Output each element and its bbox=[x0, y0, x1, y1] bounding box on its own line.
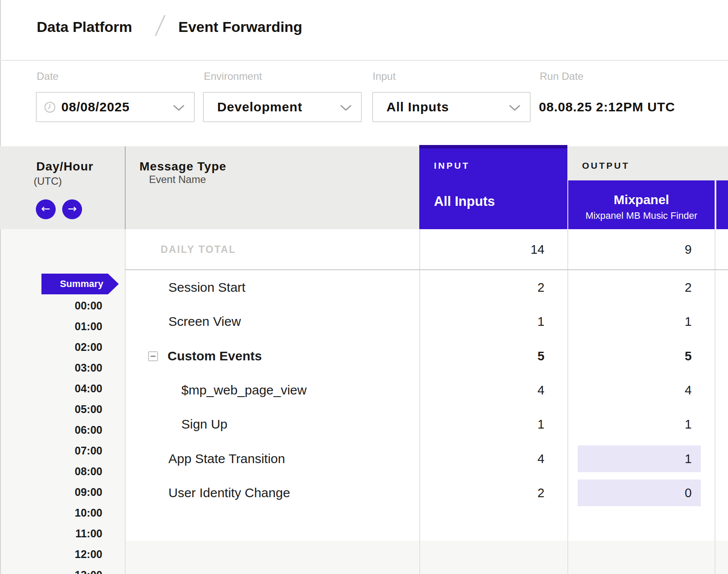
environment-filter-label: Environment bbox=[204, 71, 262, 82]
hour-label[interactable]: 06:00 bbox=[26, 423, 102, 436]
event-row-name: User Identity Change bbox=[168, 486, 290, 500]
input-column-name: All Inputs bbox=[434, 194, 495, 209]
daily-total-divider bbox=[125, 269, 728, 270]
event-row-input: 2 bbox=[432, 280, 544, 295]
output-column-header-partial[interactable] bbox=[716, 180, 728, 229]
event-row-output: 1 bbox=[579, 417, 692, 432]
page-title: Event Forwarding bbox=[178, 18, 302, 36]
event-row-output: 2 bbox=[579, 280, 692, 295]
event-row-output: 0 bbox=[579, 486, 692, 500]
output-column-subtitle: Mixpanel MB Music Finder bbox=[568, 210, 715, 222]
collapse-icon[interactable] bbox=[148, 351, 158, 361]
chevron-down-icon bbox=[509, 105, 520, 111]
hour-label[interactable]: 00:00 bbox=[26, 299, 102, 312]
summary-label: Summary bbox=[41, 274, 115, 294]
input-value: All Inputs bbox=[386, 100, 449, 114]
chevron-down-icon bbox=[340, 105, 351, 111]
run-date-label: Run Date bbox=[540, 71, 583, 82]
event-row-output: 5 bbox=[579, 349, 692, 363]
input-filter-label: Input bbox=[373, 71, 396, 82]
input-dropdown[interactable]: All Inputs bbox=[372, 92, 531, 122]
next-day-button[interactable]: → bbox=[62, 199, 82, 219]
environment-value: Development bbox=[217, 100, 302, 114]
hour-label[interactable]: 11:00 bbox=[26, 527, 102, 540]
event-forwarding-page: Data Platform Event Forwarding Date Envi… bbox=[0, 0, 728, 574]
output-section-label: OUTPUT bbox=[582, 160, 630, 171]
header-divider bbox=[0, 60, 728, 61]
daily-total-label: DAILY TOTAL bbox=[161, 243, 236, 256]
arrow-right-icon: → bbox=[68, 202, 77, 215]
chevron-down-icon bbox=[173, 105, 184, 111]
summary-row-tag[interactable]: Summary bbox=[41, 274, 119, 294]
hour-label[interactable]: 03:00 bbox=[26, 361, 102, 374]
event-row-name: Session Start bbox=[168, 280, 245, 295]
col-divider-3 bbox=[715, 229, 715, 574]
event-row-input: 2 bbox=[432, 486, 544, 500]
col-divider-1 bbox=[419, 229, 420, 574]
input-section-label: INPUT bbox=[434, 160, 470, 171]
event-row-name: $mp_web_page_view bbox=[181, 383, 307, 397]
event-row-input: 5 bbox=[432, 349, 544, 363]
event-row-input: 4 bbox=[432, 383, 544, 397]
input-column-header[interactable]: INPUT All Inputs bbox=[419, 145, 567, 229]
hour-label[interactable]: 04:00 bbox=[26, 382, 102, 395]
rail-divider bbox=[125, 229, 126, 574]
hour-label[interactable]: 01:00 bbox=[26, 320, 102, 333]
hour-label[interactable]: 07:00 bbox=[26, 444, 102, 457]
run-date-value: 08.08.25 2:12PM UTC bbox=[539, 100, 675, 114]
event-row-name[interactable]: Custom Events bbox=[168, 349, 262, 363]
hour-label[interactable]: 09:00 bbox=[26, 486, 102, 498]
hour-label[interactable]: 05:00 bbox=[26, 403, 102, 416]
col-divider-2 bbox=[567, 229, 568, 574]
day-hour-subtitle: (UTC) bbox=[34, 175, 62, 187]
daily-total-output: 9 bbox=[579, 242, 692, 257]
event-row-output: 1 bbox=[579, 451, 692, 466]
event-row-input: 1 bbox=[432, 314, 544, 329]
date-value: 08/08/2025 bbox=[61, 100, 130, 114]
hour-label[interactable]: 08:00 bbox=[26, 465, 102, 478]
prev-day-button[interactable]: ← bbox=[36, 199, 56, 219]
day-hour-title: Day/Hour bbox=[36, 160, 93, 173]
event-row-name: Sign Up bbox=[181, 417, 228, 432]
grid-footer bbox=[125, 541, 728, 574]
date-filter-label: Date bbox=[37, 71, 59, 82]
hour-label[interactable]: 02:00 bbox=[26, 341, 102, 353]
daily-total-input: 14 bbox=[432, 242, 544, 257]
message-type-title: Message Type bbox=[139, 160, 226, 173]
output-column-header-mixpanel[interactable]: Mixpanel Mixpanel MB Music Finder bbox=[568, 180, 715, 229]
message-type-subtitle: Event Name bbox=[149, 173, 206, 186]
clock-icon bbox=[44, 101, 56, 113]
event-row-input: 1 bbox=[432, 417, 544, 432]
arrow-left-icon: ← bbox=[41, 202, 51, 215]
event-row-name: App State Transition bbox=[168, 451, 285, 466]
hour-label[interactable]: 13:00 bbox=[26, 568, 102, 574]
event-row-output: 1 bbox=[579, 314, 692, 329]
output-column-name: Mixpanel bbox=[568, 192, 715, 207]
event-row-input: 4 bbox=[432, 451, 544, 466]
hour-label[interactable]: 10:00 bbox=[26, 506, 102, 519]
breadcrumb-separator-icon bbox=[155, 14, 166, 37]
date-dropdown[interactable]: 08/08/2025 bbox=[36, 92, 195, 122]
breadcrumb-section[interactable]: Data Platform bbox=[37, 18, 132, 36]
event-row-name: Screen View bbox=[168, 314, 241, 329]
day-hour-separator bbox=[125, 146, 126, 229]
hour-label[interactable]: 12:00 bbox=[26, 548, 102, 561]
event-row-output: 4 bbox=[579, 383, 692, 397]
environment-dropdown[interactable]: Development bbox=[203, 92, 362, 122]
